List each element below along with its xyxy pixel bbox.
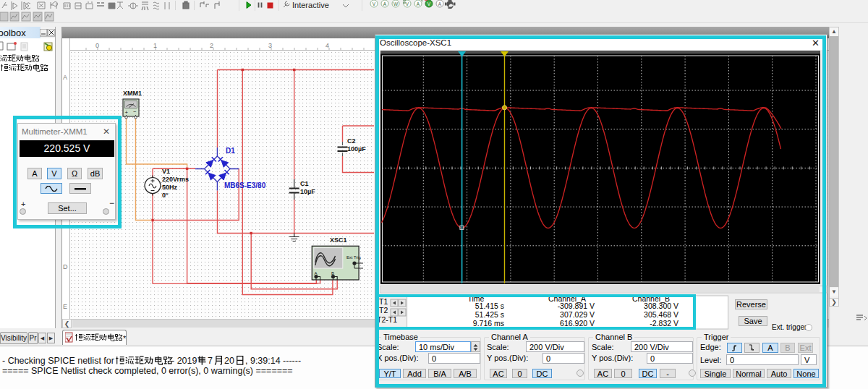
svg-text:V1: V1	[162, 168, 170, 175]
svg-text:−: −	[133, 108, 137, 115]
svg-text:7: 7	[208, 356, 213, 366]
svg-text:+: +	[125, 109, 129, 116]
svg-text:C1: C1	[300, 180, 309, 187]
svg-text:4: 4	[326, 42, 329, 49]
svg-text:, 9:39:14 ------: , 9:39:14 ------	[245, 356, 301, 366]
svg-text:20: 20	[224, 356, 234, 366]
svg-text:C2: C2	[347, 137, 356, 145]
svg-text:A: A	[63, 74, 67, 81]
svg-text:Ext Trig: Ext Trig	[346, 255, 361, 260]
svg-text:50Hz: 50Hz	[162, 184, 178, 191]
svg-text:*: *	[123, 334, 127, 343]
svg-text:2: 2	[210, 42, 213, 49]
svg-text:E: E	[63, 303, 67, 310]
svg-text:MB6S-E3/80: MB6S-E3/80	[224, 181, 266, 189]
svg-text:- 2019: - 2019	[171, 356, 197, 366]
svg-text:- Checking SPICE netlist for: - Checking SPICE netlist for	[2, 356, 114, 366]
svg-text:XMM1: XMM1	[123, 90, 142, 97]
svg-text:B: B	[331, 271, 334, 275]
svg-text:===== SPICE Netlist check comp: ===== SPICE Netlist check completed, 0 e…	[2, 366, 293, 376]
svg-text:D: D	[63, 263, 68, 270]
svg-text:0°: 0°	[162, 192, 169, 199]
svg-text:D1: D1	[226, 147, 235, 155]
svg-text:10µF: 10µF	[300, 188, 315, 195]
svg-text:A: A	[315, 271, 318, 275]
svg-text:XSC1: XSC1	[330, 236, 347, 244]
svg-text:220Vrms: 220Vrms	[162, 176, 189, 183]
svg-text:100µF: 100µF	[347, 145, 366, 153]
